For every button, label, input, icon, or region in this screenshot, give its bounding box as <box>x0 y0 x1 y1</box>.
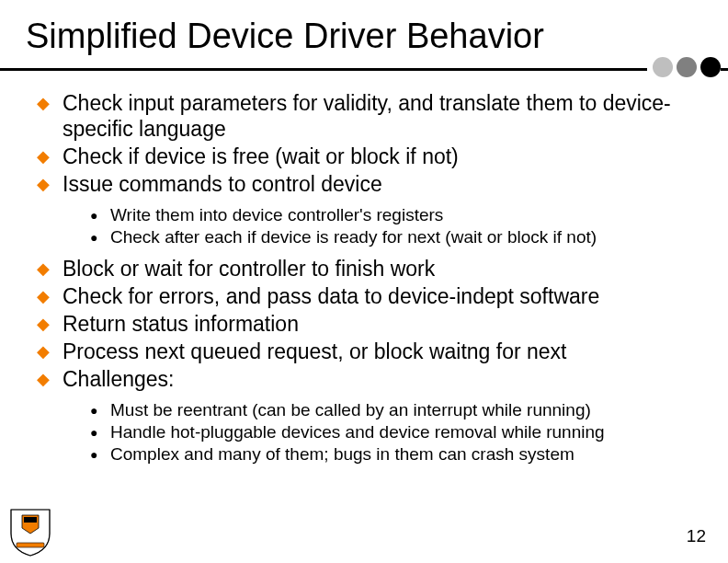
dot-icon <box>700 57 721 77</box>
list-item: ◆ Process next queued request, or block … <box>37 339 691 364</box>
round-bullet-icon: ● <box>90 204 110 226</box>
list-item: ◆ Challenges: <box>37 366 691 392</box>
round-bullet-icon: ● <box>90 226 110 248</box>
list-item: ● Handle hot-pluggable devices and devic… <box>90 421 691 443</box>
list-item: ● Complex and many of them; bugs in them… <box>90 443 691 465</box>
list-item: ● Must be reentrant (can be called by an… <box>90 399 691 421</box>
list-item: ◆ Check input parameters for validity, a… <box>37 90 691 142</box>
diamond-bullet-icon: ◆ <box>37 171 63 197</box>
svg-rect-1 <box>17 543 44 547</box>
list-item-text: Return status information <box>63 311 299 337</box>
list-item: ◆ Return status information <box>37 311 691 337</box>
diamond-bullet-icon: ◆ <box>37 144 63 169</box>
diamond-bullet-icon: ◆ <box>37 366 63 392</box>
decorative-dots <box>647 57 721 77</box>
round-bullet-icon: ● <box>90 399 110 421</box>
diamond-bullet-icon: ◆ <box>37 90 63 116</box>
shield-logo-icon <box>9 506 51 557</box>
diamond-bullet-icon: ◆ <box>37 283 63 309</box>
diamond-bullet-icon: ◆ <box>37 339 63 364</box>
list-item-text: Block or wait for controller to finish w… <box>63 256 435 282</box>
slide: Simplified Device Driver Behavior ◆ Chec… <box>0 0 728 563</box>
svg-rect-0 <box>24 517 37 523</box>
round-bullet-icon: ● <box>90 421 110 443</box>
page-number: 12 <box>687 526 706 546</box>
list-item-text: Process next queued request, or block wa… <box>63 339 566 364</box>
list-item: ● Check after each if device is ready fo… <box>90 226 691 248</box>
list-item-text: Write them into device controller's regi… <box>110 204 443 226</box>
list-item: ◆ Block or wait for controller to finish… <box>37 256 691 282</box>
list-item-text: Issue commands to control device <box>63 171 382 197</box>
list-item: ◆ Check if device is free (wait or block… <box>37 144 691 169</box>
list-item: ◆ Issue commands to control device <box>37 171 691 197</box>
dot-icon <box>677 57 697 77</box>
list-item-text: Challenges: <box>63 366 174 392</box>
list-item: ● Write them into device controller's re… <box>90 204 691 226</box>
round-bullet-icon: ● <box>90 443 110 465</box>
slide-title: Simplified Device Driver Behavior <box>26 17 544 56</box>
list-item-text: Must be reentrant (can be called by an i… <box>110 399 591 421</box>
list-item: ◆ Check for errors, and pass data to dev… <box>37 283 691 309</box>
list-item-text: Complex and many of them; bugs in them c… <box>110 443 574 465</box>
list-item-text: Check input parameters for validity, and… <box>63 90 691 142</box>
slide-body: ◆ Check input parameters for validity, a… <box>37 90 691 465</box>
diamond-bullet-icon: ◆ <box>37 256 63 282</box>
title-rule <box>0 68 728 71</box>
list-item-text: Check for errors, and pass data to devic… <box>63 283 599 309</box>
list-item-text: Check if device is free (wait or block i… <box>63 144 459 169</box>
list-item-text: Check after each if device is ready for … <box>110 226 597 248</box>
dot-icon <box>653 57 673 77</box>
list-item-text: Handle hot-pluggable devices and device … <box>110 421 605 443</box>
diamond-bullet-icon: ◆ <box>37 311 63 337</box>
